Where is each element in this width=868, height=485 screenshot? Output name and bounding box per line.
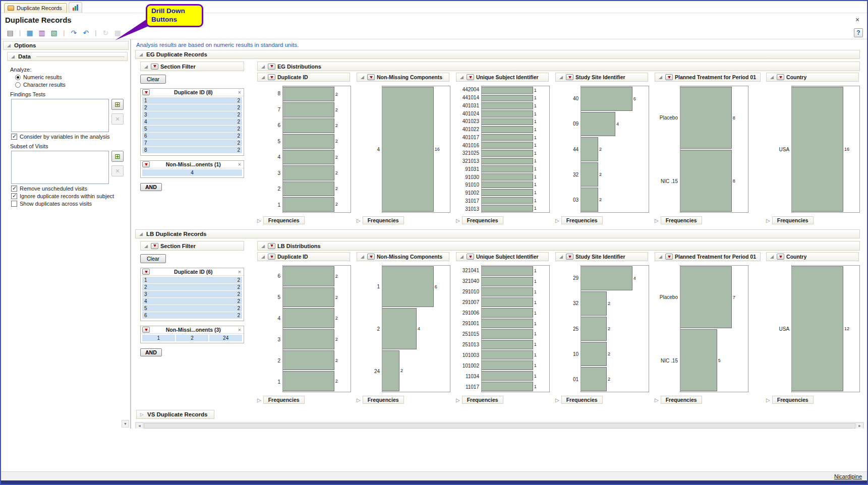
filter-segment[interactable]: 24	[209, 335, 242, 341]
histogram-bar[interactable]	[283, 371, 334, 391]
histogram-bar[interactable]	[382, 266, 434, 307]
histogram-bar[interactable]	[382, 308, 417, 349]
chart-collapse-icon[interactable]: ◢	[459, 254, 465, 259]
filter-level-row[interactable]: 32	[142, 111, 242, 118]
help-button[interactable]: ?	[854, 28, 863, 37]
chart-menu-button[interactable]	[665, 254, 673, 260]
clear-button[interactable]: Clear	[140, 75, 166, 84]
drill-down-icon-2[interactable]: ↶	[81, 28, 91, 38]
section-collapse-icon[interactable]: ◢	[138, 231, 144, 236]
histogram-bar[interactable]	[482, 126, 533, 133]
histogram-bar[interactable]	[382, 87, 434, 212]
filter-level-row[interactable]: 62	[142, 133, 242, 139]
distributions-menu-button[interactable]	[268, 243, 275, 249]
chart-menu-button[interactable]	[467, 74, 474, 80]
checkbox-consider-by-variables[interactable]: Consider by variables in the analysis	[11, 134, 128, 140]
histogram-bar[interactable]	[482, 350, 533, 360]
frequencies-button[interactable]: Frequencies	[263, 396, 305, 404]
histogram-bar[interactable]	[482, 158, 533, 165]
scrollbar-thumb[interactable]	[144, 423, 855, 429]
radio-character-results[interactable]: Character results	[15, 82, 128, 88]
disclosure-icon[interactable]: ▷	[555, 397, 559, 403]
histogram-bar[interactable]	[482, 181, 533, 189]
histogram-bar[interactable]	[482, 134, 533, 141]
filter-level-row[interactable]: 12	[142, 97, 242, 104]
frequencies-button[interactable]: Frequencies	[772, 396, 814, 404]
histogram-bar[interactable]	[482, 205, 533, 212]
disclosure-icon[interactable]: ▷	[655, 397, 659, 403]
add-subset-visits-button[interactable]: ⊞	[111, 151, 124, 162]
histogram-bar[interactable]	[482, 150, 533, 157]
filter-segment[interactable]: 4	[142, 169, 242, 176]
histogram-bar[interactable]	[482, 360, 533, 370]
frequencies-button[interactable]: Frequencies	[661, 396, 702, 404]
frequencies-button[interactable]: Frequencies	[661, 216, 702, 224]
filter-group-menu-button[interactable]	[142, 89, 150, 95]
histogram-bar[interactable]	[382, 350, 399, 391]
histogram-bar[interactable]	[680, 87, 732, 149]
histogram-bar[interactable]	[482, 197, 533, 204]
chart-collapse-icon[interactable]: ◢	[658, 75, 663, 80]
checkbox-show-duplicates[interactable]: Show duplicates across visits	[11, 201, 128, 207]
histogram-bar[interactable]	[283, 87, 334, 101]
histogram-bar[interactable]	[283, 181, 334, 196]
filter-menu-button[interactable]	[151, 64, 158, 70]
histogram-bar[interactable]	[680, 329, 717, 391]
histogram-bar[interactable]	[581, 266, 632, 290]
filter-level-row[interactable]: 52	[142, 126, 242, 132]
scroll-right-button[interactable]: ►	[856, 422, 863, 429]
chart-menu-button[interactable]	[777, 254, 784, 260]
filter-level-row[interactable]: 22	[142, 284, 242, 290]
histogram-bar[interactable]	[581, 188, 598, 212]
histogram-bar[interactable]	[283, 266, 334, 286]
filter-level-row[interactable]: 32	[142, 291, 242, 297]
chart-collapse-icon[interactable]: ◢	[360, 254, 365, 259]
disclosure-icon[interactable]: ▷	[257, 397, 261, 403]
histogram-bar[interactable]	[482, 189, 533, 196]
histogram-bar[interactable]	[482, 308, 533, 318]
histogram-bar[interactable]	[283, 197, 334, 212]
frequencies-button[interactable]: Frequencies	[363, 396, 404, 404]
filter-level-row[interactable]: 72	[142, 140, 242, 146]
data-collapse-icon[interactable]: ◢	[10, 54, 16, 59]
chart-menu-button[interactable]	[367, 254, 375, 260]
filter-level-row[interactable]: 42	[142, 118, 242, 125]
histogram-bar[interactable]	[482, 319, 533, 328]
clear-button[interactable]: Clear	[140, 254, 166, 263]
report-table-icon[interactable]: ▥	[37, 28, 47, 38]
histogram-bar[interactable]	[482, 297, 533, 307]
and-button[interactable]: AND	[140, 348, 162, 356]
section-expand-icon[interactable]: ▷	[139, 412, 145, 417]
chart-menu-button[interactable]	[268, 254, 275, 260]
filter-level-row[interactable]: 22	[142, 104, 242, 111]
histogram-bar[interactable]	[581, 87, 632, 111]
histogram-bar[interactable]	[482, 382, 533, 391]
histogram-bar[interactable]	[283, 329, 334, 349]
checkbox-remove-unscheduled[interactable]: Remove unscheduled visits	[11, 186, 128, 192]
chart-collapse-icon[interactable]: ◢	[360, 75, 365, 80]
close-icon[interactable]: ×	[853, 16, 862, 24]
histogram-bar[interactable]	[581, 367, 607, 391]
options-scroll-down-button[interactable]: ▼	[122, 420, 129, 428]
frequencies-button[interactable]: Frequencies	[263, 216, 305, 224]
disclosure-icon[interactable]: ▷	[456, 397, 460, 403]
frequencies-button[interactable]: Frequencies	[772, 216, 814, 224]
filter-level-row[interactable]: 62	[142, 312, 242, 319]
histogram-bar[interactable]	[581, 291, 607, 316]
chart-menu-button[interactable]	[367, 74, 375, 80]
chart-menu-button[interactable]	[777, 74, 784, 80]
add-findings-tests-button[interactable]: ⊞	[111, 99, 124, 110]
filter-level-row[interactable]: 42	[142, 298, 242, 305]
disclosure-icon[interactable]: ▷	[357, 218, 361, 223]
remove-filter-icon[interactable]: ×	[237, 269, 242, 275]
histogram-bar[interactable]	[482, 95, 533, 102]
remove-filter-icon[interactable]: ×	[237, 161, 242, 167]
filter-segment[interactable]: 2	[176, 335, 209, 341]
filter-collapse-icon[interactable]: ◢	[143, 244, 149, 249]
histogram-bar[interactable]	[792, 266, 843, 391]
histogram-bar[interactable]	[482, 371, 533, 381]
histogram-bar[interactable]	[581, 317, 607, 341]
filter-collapse-icon[interactable]: ◢	[143, 64, 149, 69]
chart-collapse-icon[interactable]: ◢	[558, 75, 564, 80]
scroll-left-button[interactable]: ◄	[136, 422, 143, 429]
